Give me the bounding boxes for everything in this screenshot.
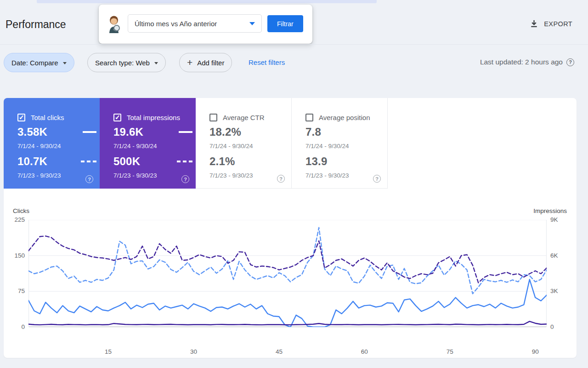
user-avatar	[107, 16, 122, 33]
date-tick-label: 60	[361, 348, 368, 355]
impressions-axis-title: Impressions	[533, 207, 567, 214]
add-filter-label: Add filter	[197, 59, 224, 67]
filter-chip-date-compare[interactable]: Date: Compare	[4, 53, 74, 72]
impressions-tick-label: 9K	[550, 216, 558, 223]
add-filter-chip[interactable]: + Add filter	[179, 53, 232, 72]
metric-range-previous: 7/1/23 - 9/30/23	[209, 172, 253, 179]
last-updated-label: Last updated: 2 hours ago	[480, 58, 563, 66]
metric-card-total-impressions[interactable]: Total impressions 19.6K 7/1/24 - 9/30/24…	[100, 98, 196, 189]
series-line-clicks-previous	[28, 228, 547, 294]
metric-value-current: 18.2%	[209, 126, 241, 138]
metric-value-previous: 500K	[113, 155, 140, 168]
export-button[interactable]: EXPORT	[530, 19, 572, 28]
metric-card-total-clicks[interactable]: Total clicks 3.58K 7/1/24 - 9/30/24 10.7…	[4, 98, 100, 189]
comparison-period-dropdown[interactable]: Último mes vs Año anterior	[128, 14, 262, 33]
metric-range-current: 7/1/24 - 9/30/24	[209, 143, 253, 150]
metric-range-previous: 7/1/23 - 9/30/23	[113, 172, 157, 179]
filtrar-button[interactable]: Filtrar	[267, 15, 303, 32]
metric-value-current: 7.8	[305, 126, 321, 138]
clicks-axis-title: Clicks	[13, 207, 29, 214]
chevron-down-icon	[249, 22, 255, 25]
legend-dashed-line-icon	[81, 161, 96, 162]
legend-solid-line-icon	[83, 131, 96, 133]
help-icon[interactable]: ?	[85, 175, 93, 183]
help-icon[interactable]: ?	[277, 175, 285, 183]
help-icon[interactable]: ?	[373, 175, 381, 183]
series-line-impressions-current	[28, 322, 547, 325]
clicks-tick-label: 225	[14, 216, 25, 223]
performance-chart: Clicks Impressions 075150225 03K6K9K 153…	[4, 205, 577, 356]
impressions-tick-label: 0	[550, 323, 554, 330]
download-icon	[530, 19, 538, 28]
impressions-tick-label: 6K	[550, 252, 558, 259]
filter-chip-date-label: Date: Compare	[11, 59, 58, 67]
chart-plot-area	[28, 220, 547, 327]
checkbox-checked-icon[interactable]	[17, 114, 25, 121]
checkbox-checked-icon[interactable]	[113, 114, 121, 121]
metric-card-average-position[interactable]: Average position 7.8 7/1/24 - 9/30/24 13…	[292, 98, 388, 189]
series-line-clicks-current	[28, 279, 547, 327]
impressions-tick-label: 3K	[550, 288, 558, 294]
chart-plot-svg	[28, 220, 547, 327]
date-tick-label: 30	[190, 348, 197, 355]
help-icon[interactable]: ?	[566, 58, 574, 66]
header-divider	[0, 44, 588, 45]
metric-value-current: 19.6K	[113, 126, 143, 138]
metric-range-current: 7/1/24 - 9/30/24	[305, 143, 349, 150]
reset-filters-link[interactable]: Reset filters	[249, 58, 285, 66]
date-axis-ticks: 153045607590	[28, 348, 547, 357]
metric-range-current: 7/1/24 - 9/30/24	[17, 143, 61, 150]
date-tick-label: 90	[532, 348, 539, 355]
date-tick-label: 75	[447, 348, 453, 355]
date-tick-label: 45	[276, 348, 283, 355]
checkbox-unchecked-icon[interactable]	[305, 114, 313, 121]
series-line-impressions-previous	[28, 236, 547, 283]
clicks-axis-ticks: 075150225	[4, 220, 25, 327]
metric-card-average-ctr[interactable]: Average CTR 18.2% 7/1/24 - 9/30/24 2.1% …	[196, 98, 292, 189]
metric-label: Average CTR	[223, 114, 265, 121]
metric-label: Total clicks	[31, 114, 64, 121]
clicks-tick-label: 150	[14, 252, 25, 259]
metric-value-previous: 13.9	[305, 155, 328, 168]
metric-range-current: 7/1/24 - 9/30/24	[113, 143, 157, 150]
metric-label: Average position	[319, 114, 370, 121]
comparison-period-value: Último mes vs Año anterior	[135, 20, 249, 28]
metric-value-current: 3.58K	[17, 126, 47, 138]
performance-panel: Total clicks 3.58K 7/1/24 - 9/30/24 10.7…	[4, 98, 577, 358]
export-label: EXPORT	[544, 20, 572, 28]
plus-icon: +	[187, 58, 192, 67]
metric-range-previous: 7/1/23 - 9/30/23	[305, 172, 349, 179]
metric-value-previous: 10.7K	[17, 155, 47, 168]
chevron-down-icon	[63, 62, 67, 64]
chevron-down-icon	[154, 62, 158, 64]
metric-cards-row: Total clicks 3.58K 7/1/24 - 9/30/24 10.7…	[4, 98, 577, 189]
legend-dashed-line-icon	[177, 161, 192, 162]
clicks-tick-label: 75	[18, 288, 25, 294]
metric-range-previous: 7/1/23 - 9/30/23	[17, 172, 61, 179]
metric-value-previous: 2.1%	[209, 155, 235, 168]
metric-label: Total impressions	[127, 114, 180, 121]
page-title: Performance	[6, 18, 66, 31]
performance-page: { "header": { "title": "Performance", "e…	[0, 0, 588, 368]
help-icon[interactable]: ?	[181, 175, 189, 183]
comparison-filter-popup: Último mes vs Año anterior Filtrar	[99, 5, 312, 44]
legend-solid-line-icon	[179, 131, 192, 133]
clicks-tick-label: 0	[21, 323, 25, 330]
last-updated: Last updated: 2 hours ago ?	[480, 58, 574, 66]
filter-chip-search-type-label: Search type: Web	[95, 59, 150, 67]
date-tick-label: 15	[105, 348, 112, 355]
checkbox-unchecked-icon[interactable]	[209, 114, 217, 121]
top-cutoff-element	[37, 0, 377, 3]
impressions-axis-ticks: 03K6K9K	[550, 220, 573, 327]
filter-chip-search-type[interactable]: Search type: Web	[87, 53, 166, 72]
